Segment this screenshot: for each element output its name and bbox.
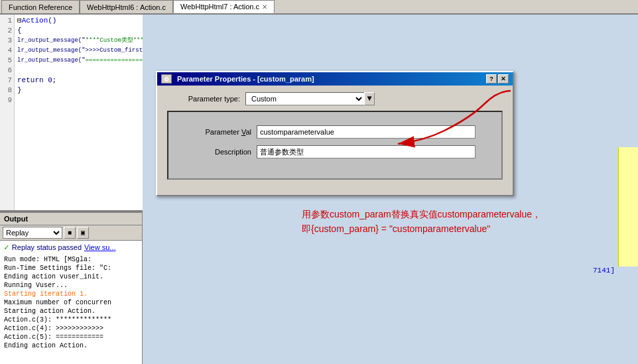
- line-num-7: 7: [0, 76, 14, 86]
- log-line-8: Action.c(4): >>>>>>>>>>>>: [4, 324, 138, 333]
- line-num-4: 4: [0, 46, 14, 56]
- right-panel: ⚙ Parameter Properties - [custom_param] …: [143, 15, 638, 364]
- output-header: Output: [0, 213, 142, 225]
- dialog-icon: ⚙: [161, 74, 172, 84]
- line-num-5: 5: [0, 56, 14, 66]
- line-num-9: 9: [0, 95, 14, 105]
- tab-label: WebHttpHtml7 : Action.c: [180, 3, 259, 11]
- code-line-3: lr_output_message("****Custom类型****");: [17, 36, 140, 46]
- code-line-4: lr_output_message(">>>>Custom_first= %s"…: [17, 46, 140, 56]
- output-log: Run mode: HTML [MSgla: Run-Time Settings…: [0, 254, 142, 364]
- left-panel: 1 2 3 4 5 6 7 8 9 ⊟Action() { lr_output_…: [0, 15, 143, 364]
- log-line-2: Ending action vuser_init.: [4, 273, 138, 281]
- log-line-10: Ending action Action.: [4, 341, 138, 350]
- param-type-dropdown[interactable]: Custom ▼: [245, 92, 375, 105]
- clear-button[interactable]: ▣: [77, 227, 89, 239]
- log-line-5: Maximum number of concurren: [4, 298, 138, 307]
- log-line-7: Action.c(3): **************: [4, 316, 138, 324]
- output-title: Output: [4, 215, 28, 223]
- dropdown-arrow-icon[interactable]: ▼: [364, 92, 375, 105]
- param-value-label: Parameter Val: [178, 128, 251, 136]
- sticky-note: [618, 147, 638, 267]
- log-line-0: Run mode: HTML [MSgla:: [4, 255, 138, 264]
- code-line-6: [17, 66, 140, 76]
- dialog-title-buttons: ? ✕: [486, 74, 509, 84]
- dialog-close-button[interactable]: ✕: [498, 74, 509, 84]
- status-check-icon: ✓: [4, 242, 9, 253]
- param-type-label: Parameter type:: [167, 95, 240, 103]
- line-num-2: 2: [0, 26, 14, 36]
- tab-webhttp6[interactable]: WebHttpHtml6 : Action.c: [80, 0, 173, 13]
- view-summary-link[interactable]: View su...: [84, 243, 116, 251]
- status-bar: ✓ Replay status passed View su...: [0, 241, 142, 254]
- code-editor: 1 2 3 4 5 6 7 8 9 ⊟Action() { lr_output_…: [0, 15, 143, 212]
- arrow-annotation: [378, 84, 524, 153]
- code-line-2: {: [17, 26, 140, 36]
- line-num-3: 3: [0, 36, 14, 46]
- tab-label: Function Reference: [9, 3, 72, 11]
- main-area: 1 2 3 4 5 6 7 8 9 ⊟Action() { lr_output_…: [0, 15, 638, 364]
- desc-line-2: 即{custom_param} = "customparametervalue": [302, 221, 541, 236]
- dialog-title-text: Parameter Properties - [custom_param]: [177, 75, 314, 83]
- ref-number: 7141]: [593, 267, 615, 274]
- tab-bar: Function Reference WebHttpHtml6 : Action…: [0, 0, 638, 15]
- code-line-1: ⊟Action(): [17, 16, 140, 26]
- desc-line-1: 用参数custom_param替换真实值customparametervalue…: [302, 207, 541, 221]
- code-line-7: return 0;: [17, 76, 140, 86]
- line-num-8: 8: [0, 86, 14, 95]
- tab-close-icon[interactable]: ✕: [262, 3, 267, 11]
- status-text: Replay status passed: [12, 243, 82, 251]
- log-line-6: Starting action Action.: [4, 307, 138, 316]
- replay-select[interactable]: Replay: [3, 227, 62, 239]
- code-content[interactable]: ⊟Action() { lr_output_message("****Custo…: [15, 15, 143, 210]
- output-panel: Output Replay ■ ▣ ✓ Replay status passed…: [0, 212, 143, 364]
- line-num-1: 1: [0, 16, 14, 26]
- arrow-svg: [378, 84, 524, 151]
- tab-function-reference[interactable]: Function Reference: [1, 0, 80, 13]
- log-line-3: Running Vuser...: [4, 281, 138, 290]
- code-line-8: }: [17, 86, 140, 95]
- tab-label: WebHttpHtml6 : Action.c: [87, 3, 166, 11]
- description-label: Description: [178, 148, 251, 156]
- stop-button[interactable]: ■: [64, 227, 76, 239]
- log-line-9: Action.c(5): ============: [4, 333, 138, 341]
- code-line-5: lr_output_message("================");: [17, 56, 140, 66]
- line-num-6: 6: [0, 66, 14, 76]
- log-line-1: Run-Time Settings file: "C:: [4, 264, 138, 273]
- clear-icon: ▣: [81, 229, 85, 237]
- dialog-help-button[interactable]: ?: [486, 74, 497, 84]
- tab-webhttp7[interactable]: WebHttpHtml7 : Action.c ✕: [173, 0, 275, 13]
- stop-icon: ■: [68, 229, 72, 237]
- code-line-9: [17, 95, 140, 105]
- log-line-4: Starting iteration 1.: [4, 290, 138, 298]
- dialog-title-bar: ⚙ Parameter Properties - [custom_param] …: [157, 72, 513, 86]
- description-text-area: 用参数custom_param替换真实值customparametervalue…: [302, 207, 541, 237]
- line-numbers: 1 2 3 4 5 6 7 8 9: [0, 15, 15, 210]
- param-type-select[interactable]: Custom: [245, 92, 365, 105]
- output-toolbar: Replay ■ ▣: [0, 225, 142, 241]
